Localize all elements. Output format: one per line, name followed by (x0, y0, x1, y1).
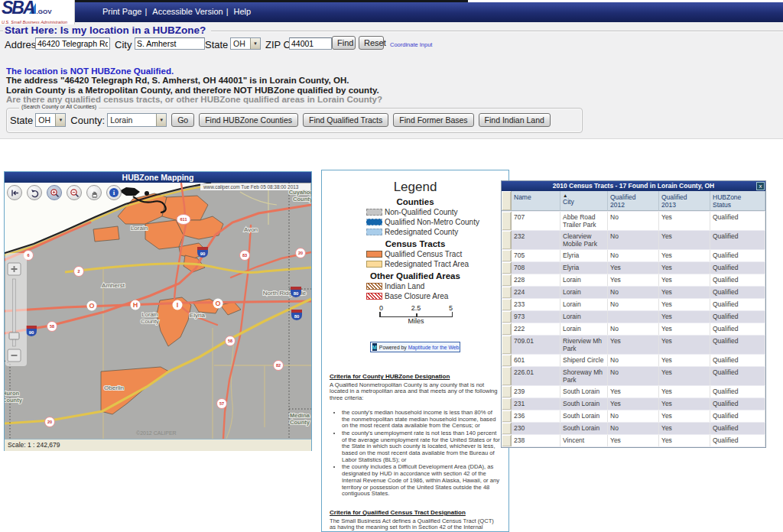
row-selector[interactable] (502, 435, 512, 446)
table-cell: Lorain (560, 274, 608, 286)
row-selector[interactable] (502, 323, 512, 335)
tracts-rows: 707Abbe Road Trailer ParkNoYesQualified2… (502, 212, 765, 447)
scalebar-unit: Miles (379, 317, 453, 325)
table-row[interactable]: 232Clearview Mobile ParkNoYesQualified (502, 231, 765, 250)
table-row[interactable]: 222LorainNoYesQualified (502, 323, 765, 336)
table-row[interactable]: 233LorainNoYesQualified (502, 299, 765, 311)
svg-text:611: 611 (180, 217, 187, 222)
legend-item-label: Base Closure Area (385, 292, 448, 300)
row-selector[interactable] (502, 250, 512, 261)
table-row[interactable]: 236South LorainNoYesQualified (502, 410, 765, 423)
column-header-name[interactable]: Name (512, 191, 560, 211)
svg-text:County: County (290, 419, 310, 426)
row-selector[interactable] (502, 355, 512, 366)
table-row[interactable]: 228LorainYesYesQualified (502, 274, 765, 287)
go-button[interactable]: Go (171, 113, 194, 127)
info-button[interactable]: i (106, 185, 122, 200)
legend-item-label: Qualified Census Tract (385, 250, 462, 258)
coordinate-input-link[interactable]: Coordinate Input (390, 41, 432, 48)
table-row[interactable]: 601Shiperd CircleNoYesQualified (502, 355, 765, 367)
zoom-out-button[interactable] (67, 185, 82, 200)
table-row[interactable]: 238VincentYesYesQualified (502, 435, 765, 447)
table-row[interactable]: 231South LorainYesYesQualified (502, 398, 765, 410)
legend-item: Non-Qualified County (366, 207, 508, 217)
find-former-bases-button[interactable]: Find Former Bases (393, 113, 473, 127)
table-cell: Qualified (710, 410, 765, 422)
table-row[interactable]: 239South LorainYesYesQualified (502, 386, 765, 398)
zoom-in-button[interactable] (47, 185, 62, 200)
row-selector[interactable] (502, 274, 512, 286)
table-row[interactable]: 707Abbe Road Trailer ParkNoYesQualified (502, 212, 765, 231)
column-header-qualified[interactable]: Qualified2012 (608, 191, 659, 211)
map-title: HUBZone Mapping (5, 172, 311, 183)
previous-extent-button[interactable] (7, 185, 22, 200)
reset-button[interactable]: Reset (359, 36, 384, 50)
row-selector[interactable] (502, 287, 512, 298)
svg-text:H: H (133, 301, 138, 309)
maptitude-link[interactable]: Maptitude for the Web (408, 345, 460, 350)
table-cell: Yes (659, 367, 710, 385)
table-cell: Yes (659, 299, 710, 310)
legend-item: Indian Land (366, 281, 508, 291)
table-row[interactable]: 705ElyriaNoYesQualified (502, 250, 765, 262)
svg-text:80: 80 (294, 314, 300, 319)
row-selector[interactable] (502, 212, 512, 230)
map-canvas[interactable]: www.caliper.com Tue Feb 05 08:38:00 2013… (5, 183, 311, 439)
address-input[interactable] (35, 37, 110, 50)
table-row[interactable]: 708ElyriaYesYesQualified (502, 262, 765, 274)
sba-logo[interactable]: SBA .GOV U.S. Small Business Administrat… (0, 0, 75, 24)
row-selector[interactable] (502, 423, 512, 434)
sba-logo-gov: .GOV (37, 5, 52, 20)
table-row[interactable]: 709.01Riverview Mh ParkYesYesQualified (502, 336, 765, 355)
table-row[interactable]: 973LorainYesQualified (502, 311, 765, 323)
table-cell: Qualified (710, 299, 765, 310)
row-selector[interactable] (502, 410, 512, 422)
row-selector[interactable] (502, 398, 512, 410)
map-svg: www.caliper.com Tue Feb 05 08:38:00 2013… (5, 183, 311, 439)
column-header-city[interactable]: ▲City (560, 191, 608, 211)
column-header-qualified[interactable]: Qualified2013 (659, 191, 710, 211)
find-hubzone-counties-button[interactable]: Find HUBZone Counties (199, 113, 298, 127)
table-row[interactable]: 224LorainNoYesQualified (502, 287, 765, 299)
accessible-version-link[interactable]: Accessible Version (152, 7, 223, 16)
table-cell: Yes (659, 212, 710, 230)
row-selector[interactable] (502, 367, 512, 385)
table-cell: Yes (659, 386, 710, 397)
row-selector[interactable] (502, 336, 512, 354)
row-selector[interactable] (502, 299, 512, 310)
undo-button[interactable] (27, 185, 42, 200)
maptitude-prefix: Powered by (379, 345, 408, 350)
city-input[interactable] (135, 37, 205, 50)
legend-section-heading: Census Tracts (322, 239, 508, 249)
row-selector[interactable] (502, 386, 512, 397)
print-page-link[interactable]: Print Page (102, 7, 141, 16)
zoom-in-icon (50, 188, 60, 198)
maptitude-badge[interactable]: M Powered by Maptitude for the Web (370, 342, 460, 352)
help-link[interactable]: Help (234, 7, 252, 16)
criteria-text: Criteria for County HUBZone Designation … (322, 374, 508, 532)
hand-pan-icon (89, 188, 99, 198)
column-header-hubzone[interactable]: HUBZoneStatus (710, 191, 765, 211)
zip-input[interactable] (289, 37, 332, 50)
table-cell: Yes (608, 386, 659, 397)
find-qualified-tracts-button[interactable]: Find Qualified Tracts (303, 113, 388, 127)
county-select[interactable]: Lorain ▼ (107, 113, 167, 127)
table-cell: Yes (659, 410, 710, 422)
census-tracts-window: 2010 Census Tracts - 17 Found in Lorain … (501, 180, 766, 448)
table-row[interactable]: 230South LorainNoYesQualified (502, 423, 765, 435)
svg-text:Huron: Huron (5, 390, 19, 397)
row-selector[interactable] (502, 231, 512, 249)
row-selector[interactable] (502, 311, 512, 323)
table-row[interactable]: 226.01Shoreway Mh ParkNoYesQualified (502, 367, 765, 386)
find-button[interactable]: Find (332, 36, 356, 50)
close-icon[interactable]: x (756, 182, 765, 190)
table-cell: No (608, 231, 659, 249)
result-line-address: The address "46420 Telegraph Rd, S. Amhe… (6, 76, 382, 85)
state-select[interactable]: OH ▼ (230, 37, 261, 50)
pan-button[interactable] (86, 185, 102, 200)
county-state-select[interactable]: OH ▼ (35, 113, 66, 127)
table-cell: Yes (659, 398, 710, 410)
table-cell: 226.01 (512, 367, 560, 385)
row-selector[interactable] (502, 262, 512, 274)
find-indian-land-button[interactable]: Find Indian Land (479, 113, 551, 127)
